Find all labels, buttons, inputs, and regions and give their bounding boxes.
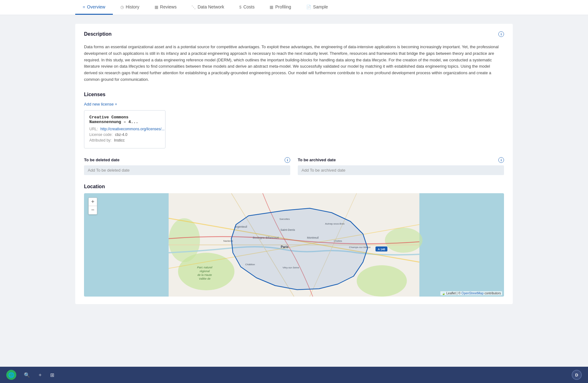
description-title: Description xyxy=(84,31,112,37)
tab-overview[interactable]: ≡ Overview xyxy=(75,0,113,15)
svg-text:Vallée de: Vallée de xyxy=(199,277,210,280)
map-zoom-controls: + − xyxy=(88,198,97,215)
tabs-bar: ≡ Overview ◷ History ▦ Reviews ⋱ Data Ne… xyxy=(0,0,588,15)
tab-sample[interactable]: 📄 Sample xyxy=(299,0,335,15)
svg-point-5 xyxy=(169,218,200,262)
map-zoom-out[interactable]: − xyxy=(89,206,97,214)
license-code-label: License code: xyxy=(89,132,113,137)
deleted-date-label: To be deleted date i xyxy=(84,157,290,163)
map-zoom-in[interactable]: + xyxy=(89,198,97,206)
tab-profiling[interactable]: ▦ Profiling xyxy=(262,0,299,15)
archived-date-field: To be archived date i Add To be archived… xyxy=(298,157,504,175)
costs-icon: $ xyxy=(239,5,241,9)
tab-data-network[interactable]: ⋱ Data Network xyxy=(184,0,232,15)
bottom-bar: 🌐 🔍 ＋ ⊞ D xyxy=(0,367,588,383)
search-icon[interactable]: 🔍 xyxy=(24,372,30,378)
svg-point-4 xyxy=(385,228,423,253)
user-avatar[interactable]: D xyxy=(572,370,582,380)
license-attributed-value: Insticc xyxy=(114,138,125,142)
license-name: Creative Commons Namensnennung – 4... xyxy=(89,115,160,124)
svg-point-3 xyxy=(357,265,407,297)
license-attributed-label: Attributed by: xyxy=(89,138,112,142)
svg-text:de la Haute: de la Haute xyxy=(197,273,212,277)
deleted-date-info-icon[interactable]: i xyxy=(285,157,290,163)
add-license-link[interactable]: Add new license + xyxy=(84,102,117,106)
description-header: Description i xyxy=(84,31,504,41)
history-icon: ◷ xyxy=(120,5,124,9)
grid-icon[interactable]: ⊞ xyxy=(50,372,54,378)
description-info-icon[interactable]: i xyxy=(498,31,504,37)
license-url-row: URL: http://creativecommons.org/licenses… xyxy=(89,127,160,131)
sample-icon: 📄 xyxy=(306,5,311,9)
license-url-value[interactable]: http://creativecommons.org/licenses/... xyxy=(100,127,165,131)
tab-costs[interactable]: $ Costs xyxy=(232,0,262,15)
content-card: Description i Data forms an essential or… xyxy=(75,24,513,304)
data-network-icon: ⋱ xyxy=(192,5,196,9)
location-title: Location xyxy=(84,184,504,189)
license-code-row: License code: cbz-4.0 xyxy=(89,132,160,137)
main-content: Description i Data forms an essential or… xyxy=(0,15,588,383)
map-attribution: 🍃 Leaflet | © OpenStreetMap contributors xyxy=(440,291,502,295)
svg-text:Parc naturel: Parc naturel xyxy=(197,266,213,269)
archived-date-label: To be archived date i xyxy=(298,157,504,163)
deleted-date-field: To be deleted date i Add To be deleted d… xyxy=(84,157,290,175)
license-url-label: URL: xyxy=(89,127,98,131)
map-container: + − xyxy=(84,193,504,297)
reviews-icon: ▦ xyxy=(155,5,158,9)
add-icon[interactable]: ＋ xyxy=(38,372,43,378)
description-body: Data forms an essential organizational a… xyxy=(84,44,504,83)
osm-link[interactable]: OpenStreetMap xyxy=(461,292,484,295)
license-card: Creative Commons Namensnennung – 4... UR… xyxy=(84,110,165,148)
overview-icon: ≡ xyxy=(83,5,85,9)
licenses-title: Licenses xyxy=(84,92,504,97)
license-code-value: cbz-4.0 xyxy=(115,132,127,137)
tab-reviews[interactable]: ▦ Reviews xyxy=(147,0,184,15)
archived-date-info-icon[interactable]: i xyxy=(498,157,504,163)
licenses-section: Licenses Add new license + Creative Comm… xyxy=(84,92,504,148)
date-section: To be deleted date i Add To be deleted d… xyxy=(84,157,504,175)
license-attributed-row: Attributed by: Insticc xyxy=(89,138,160,142)
tab-history[interactable]: ◷ History xyxy=(113,0,147,15)
map-svg: Paris Boulogne-Billancourt Saint-Denis M… xyxy=(84,193,504,297)
svg-text:A 140: A 140 xyxy=(378,248,385,251)
profiling-icon: ▦ xyxy=(270,5,273,9)
svg-text:régional: régional xyxy=(200,270,210,273)
location-section: Location + − xyxy=(84,184,504,297)
deleted-date-input[interactable]: Add To be deleted date xyxy=(84,165,290,175)
globe-button[interactable]: 🌐 xyxy=(6,370,16,380)
archived-date-input[interactable]: Add To be archived date xyxy=(298,165,504,175)
